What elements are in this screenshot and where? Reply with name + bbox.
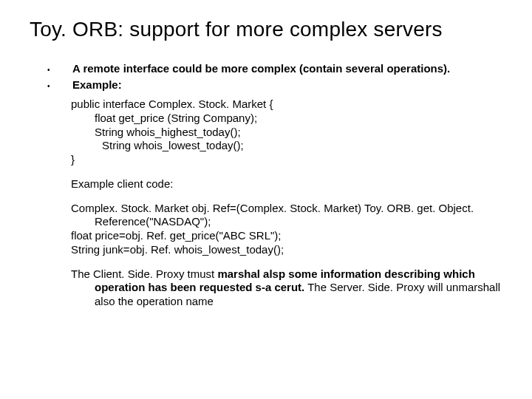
- bullet-list: • A remote interface could be more compl…: [46, 62, 502, 93]
- slide-title: Toy. ORB: support for more complex serve…: [30, 18, 502, 41]
- body-content: public interface Complex. Stock. Market …: [71, 98, 502, 309]
- bullet-dot-icon: •: [46, 64, 72, 77]
- explanation-paragraph: The Client. Side. Proxy tmust marshal al…: [71, 267, 502, 309]
- code-line: }: [71, 153, 502, 167]
- slide: Toy. ORB: support for more complex serve…: [0, 0, 532, 399]
- bullet-item: • A remote interface could be more compl…: [46, 62, 502, 77]
- bullet-dot-icon: •: [46, 80, 72, 93]
- code-line: Complex. Stock. Market obj. Ref=(Complex…: [71, 202, 502, 230]
- bullet-text: A remote interface could be more complex…: [72, 62, 450, 75]
- client-code-label: Example client code:: [71, 177, 502, 191]
- code-line: String whois_highest_today();: [95, 126, 502, 140]
- code-line: String junk=obj. Ref. whois_lowest_today…: [71, 243, 502, 257]
- code-line: float price=obj. Ref. get_price("ABC SRL…: [71, 229, 502, 243]
- bullet-item: • Example:: [46, 78, 502, 93]
- interface-code: public interface Complex. Stock. Market …: [71, 98, 502, 167]
- code-line: float get_price (String Company);: [95, 112, 502, 126]
- client-code: Complex. Stock. Market obj. Ref=(Complex…: [71, 202, 502, 257]
- text-run: The Client. Side. Proxy tmust: [71, 267, 217, 280]
- code-line: String whois_lowest_today();: [102, 139, 502, 153]
- code-line: public interface Complex. Stock. Market …: [71, 98, 502, 112]
- bullet-text: Example:: [72, 78, 122, 91]
